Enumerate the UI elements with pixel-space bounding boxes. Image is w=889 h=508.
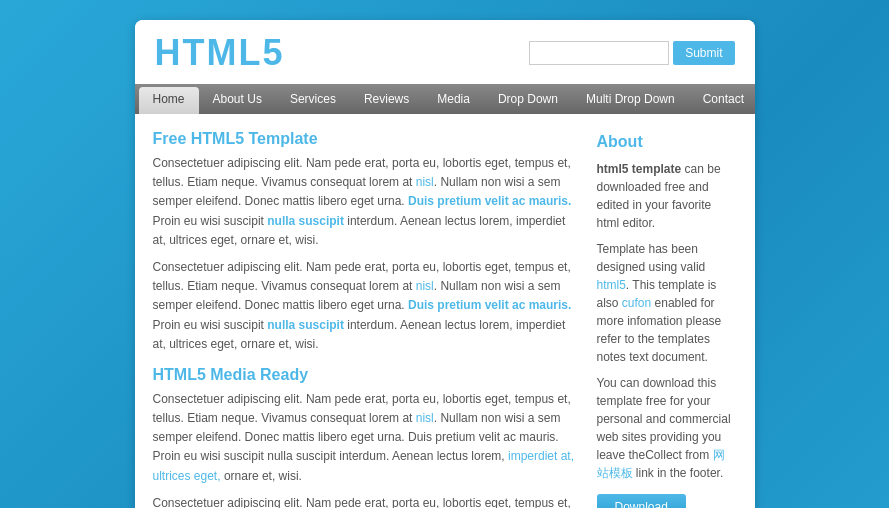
header: HTML5 Submit bbox=[135, 20, 755, 84]
collect-link[interactable]: 网站模板 bbox=[597, 448, 725, 480]
nav-item-about-us[interactable]: About Us bbox=[199, 84, 276, 114]
section1-heading: Free HTML5 Template bbox=[153, 130, 581, 148]
main-container: HTML5 Submit Home About Us Services Revi… bbox=[135, 20, 755, 508]
main-content: Free HTML5 Template Consectetuer adipisc… bbox=[153, 130, 581, 508]
submit-button[interactable]: Submit bbox=[673, 41, 734, 65]
nav-item-dropdown[interactable]: Drop Down bbox=[484, 84, 572, 114]
nav-item-services[interactable]: Services bbox=[276, 84, 350, 114]
html5-link[interactable]: html5 bbox=[597, 278, 626, 292]
nav-item-home[interactable]: Home bbox=[139, 87, 199, 114]
search-input[interactable] bbox=[529, 41, 669, 65]
highlight3: Duis pretium velit ac mauris. bbox=[408, 298, 571, 312]
nav-item-contact[interactable]: Contact bbox=[689, 84, 755, 114]
navbar: Home About Us Services Reviews Media Dro… bbox=[135, 84, 755, 114]
highlight4: nulla suscipit bbox=[267, 318, 344, 332]
search-area: Submit bbox=[529, 41, 734, 65]
nisl-link1[interactable]: nisl bbox=[416, 175, 434, 189]
sidebar-para1: html5 template can be downloaded free an… bbox=[597, 160, 737, 232]
nisl-link2[interactable]: nisl bbox=[416, 279, 434, 293]
sidebar-para2: Template has been designed using valid h… bbox=[597, 240, 737, 366]
sidebar-heading: About bbox=[597, 130, 737, 154]
site-title: HTML5 bbox=[155, 32, 285, 74]
nav-item-multi-dropdown[interactable]: Multi Drop Down bbox=[572, 84, 689, 114]
section1-para2: Consectetuer adipiscing elit. Nam pede e… bbox=[153, 258, 581, 354]
highlight1: Duis pretium velit ac mauris. bbox=[408, 194, 571, 208]
cufon-link[interactable]: cufon bbox=[622, 296, 651, 310]
sidebar: About html5 template can be downloaded f… bbox=[597, 130, 737, 508]
highlight2: nulla suscipit bbox=[267, 214, 344, 228]
download-button[interactable]: Download bbox=[597, 494, 686, 508]
sidebar-html5-bold: html5 template bbox=[597, 162, 682, 176]
content-wrapper: Free HTML5 Template Consectetuer adipisc… bbox=[135, 114, 755, 508]
section2-para1: Consectetuer adipiscing elit. Nam pede e… bbox=[153, 390, 581, 486]
nav-item-media[interactable]: Media bbox=[423, 84, 484, 114]
highlight5: imperdiet at, ultrices eget, bbox=[153, 449, 575, 482]
section2-heading: HTML5 Media Ready bbox=[153, 366, 581, 384]
nisl-link3[interactable]: nisl bbox=[416, 411, 434, 425]
section2-para2: Consectetuer adipiscing elit. Nam pede e… bbox=[153, 494, 581, 508]
sidebar-para3: You can download this template free for … bbox=[597, 374, 737, 482]
nav-item-reviews[interactable]: Reviews bbox=[350, 84, 423, 114]
section1-para1: Consectetuer adipiscing elit. Nam pede e… bbox=[153, 154, 581, 250]
